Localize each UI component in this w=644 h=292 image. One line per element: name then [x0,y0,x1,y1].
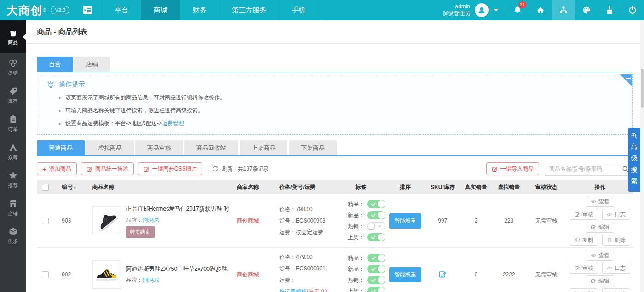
clear-cache-button[interactable] [598,0,621,20]
tab-on-shelf[interactable]: 上架商品 [240,140,288,155]
onshelf-toggle[interactable] [367,233,385,241]
unified-description-button[interactable]: 商品统一描述 [81,162,134,175]
user-caret-down-icon[interactable] [494,8,499,12]
add-goods-button[interactable]: + 添加商品 [37,162,77,175]
select-all-checkbox[interactable] [42,184,49,191]
tip-text-prefix: 设置商品运费模板：平台->地区&配送-> [65,120,162,126]
toggle-knob [378,254,385,262]
refresh-control[interactable]: 刷新 - 共197条记录 [212,165,269,173]
home-button[interactable] [529,0,552,20]
copy-button[interactable]: 复制 [570,235,598,246]
tab-self-operated[interactable]: 自营 [37,57,73,72]
edit-stock-icon[interactable] [438,270,447,278]
view-button[interactable]: 查看 [586,250,614,261]
sidebar-item-store[interactable]: 店铺 [0,194,26,222]
collapse-tips-button[interactable] [620,74,632,87]
sidebar-item-supply-demand[interactable]: 供求 [0,222,26,250]
shipping-template-line: 按运费模板(自定义) [279,286,337,292]
brand-link[interactable]: 阿玛尼 [143,217,159,223]
goods-search-input[interactable] [545,166,618,172]
scrollbar-thumb[interactable] [641,69,644,108]
nav-item-mall[interactable]: 商城 [141,0,180,20]
eye-icon [607,212,612,217]
theme-button[interactable] [575,0,598,20]
log-button[interactable]: 日志 [602,263,630,274]
tip-text: 该页面展示了商城所有的商品信息，可对商品进行编辑修改操作。 [65,94,225,102]
advanced-search-button[interactable]: 高 级 搜 索 [628,128,640,192]
sidebar-item-inventory[interactable]: 库存 [0,81,26,109]
sidebar-item-recommend[interactable]: 推荐 [0,166,26,194]
featured-toggle[interactable] [367,254,385,262]
notifications-button[interactable]: 21 [506,0,529,20]
product-image[interactable] [92,260,121,289]
sidebar-item-goods[interactable]: 商品 [0,20,26,53]
sync-oss-images-button[interactable]: 一键同步OSS图片 [138,162,202,175]
brand-link[interactable]: 阿玛尼 [143,277,159,283]
advanced-search-char: 搜 [631,166,638,174]
header-id[interactable]: 编号▾ [53,180,81,194]
sidebar-item-orders[interactable]: 订单 [0,109,26,137]
shipping-management-link[interactable]: 运费管理 [162,120,184,126]
tip-text: 可输入商品名称关键字进行搜索，侧边栏进行高级搜索。 [65,107,203,115]
shopping-bag-icon [8,28,18,37]
hot-toggle[interactable] [367,276,385,284]
cube-icon [8,227,18,236]
tag-label: 精品： [343,199,364,210]
view-button[interactable]: 查看 [586,196,614,207]
tab-virtual-goods[interactable]: 虚拟商品 [86,140,134,155]
button-label: 日志 [615,211,626,218]
smart-weight-button[interactable]: 智能权重 [389,213,421,229]
tab-goods-review[interactable]: 商品审核 [135,140,183,155]
sidebar-item-promotion[interactable]: 促销 [0,53,26,81]
tag-line: 上架： [343,286,385,292]
avatar[interactable] [475,3,489,17]
import-goods-button[interactable]: 一键导入商品 [486,162,539,175]
sneaker-image [94,208,119,233]
nav-item-platform[interactable]: 平台 [102,0,141,20]
onshelf-toggle[interactable] [367,287,385,292]
product-type-tabs: 普通商品 虚拟商品 商品审核 商品回收站 上架商品 下架商品 [37,140,633,156]
new-toggle[interactable] [367,211,385,219]
delete-button[interactable]: 删除 [602,235,630,246]
header-stock: SKU/库存 [426,180,460,194]
product-image[interactable] [92,206,121,235]
logout-button[interactable] [621,0,644,20]
button-label: 添加商品 [49,165,71,173]
sidebar-item-label: 库存 [8,98,18,105]
review-button[interactable]: 审核 [570,209,598,220]
delete-button[interactable]: 删除 [602,288,630,292]
smart-weight-button[interactable]: 智能权重 [389,267,421,282]
log-button[interactable]: 日志 [602,209,630,220]
nav-item-mobile[interactable]: 手机 [279,0,318,20]
row-checkbox[interactable] [42,271,49,278]
tab-recycle-bin[interactable]: 商品回收站 [184,140,238,155]
sidebar-item-crowdfunding[interactable]: 众筹 [0,137,26,166]
review-button[interactable]: 审核 [570,263,598,274]
nav-item-thirdparty[interactable]: 第三方服务 [219,0,279,20]
featured-toggle[interactable] [367,200,385,208]
edit-button[interactable]: 编辑 [586,222,614,233]
button-label: 查看 [598,198,610,206]
edit-button[interactable]: 编辑 [586,275,614,286]
tab-store[interactable]: 店铺 [74,57,110,72]
new-toggle[interactable] [367,265,385,273]
goods-text: 正品直邮Hermes爱马仕2017新款男鞋 时... 品牌：阿玛尼 特卖结束 [126,204,229,238]
tab-off-shelf[interactable]: 下架商品 [289,140,337,155]
shipping-template-link[interactable]: 按运费模板 [279,288,307,292]
sidebar-item-label: 供求 [8,238,18,245]
sale-ended-badge: 特卖结束 [126,226,155,238]
hot-toggle[interactable] [367,222,385,230]
copy-button[interactable]: 复制 [570,288,598,292]
user-role: 超级管理员 [443,10,470,17]
header-tags: 标签 [337,180,385,194]
bullet-arrow-icon: ▸ [59,121,61,126]
tag-line: 精品： [343,252,385,263]
button-label: 删除 [615,290,626,292]
header-label: 编号 [62,184,73,190]
row-checkbox[interactable] [42,218,49,224]
menu-toggle-icon[interactable] [73,0,102,20]
nav-item-finance[interactable]: 财务 [180,0,219,20]
tab-normal-goods[interactable]: 普通商品 [37,140,85,155]
sort-caret-icon: ▾ [74,185,76,190]
sitemap-button[interactable] [552,0,575,20]
